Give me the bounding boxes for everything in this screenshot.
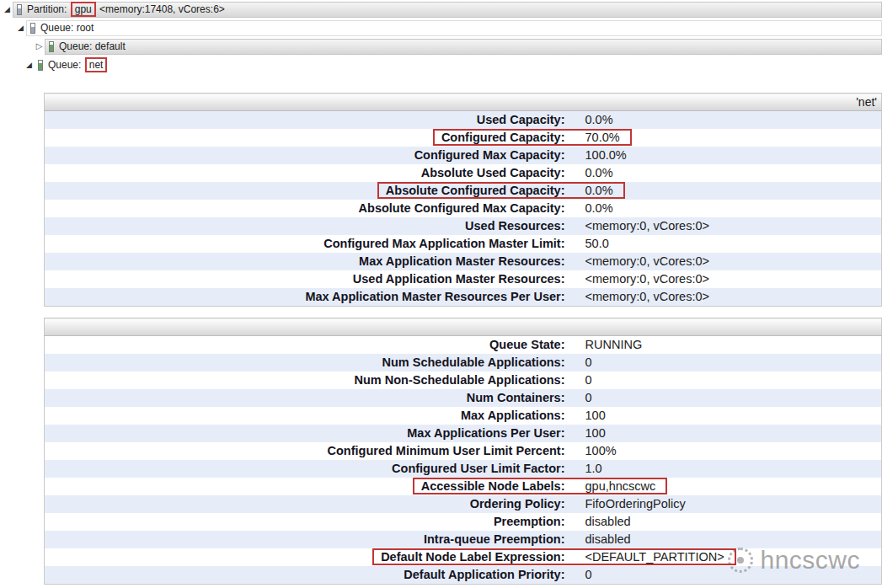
partition-resources: <memory:17408, vCores:6> xyxy=(97,3,225,15)
row-label: Max Application Master Resources: xyxy=(359,254,564,268)
tree-row-queue-net[interactable]: ◢ Queue: net xyxy=(0,56,882,74)
row-value: <memory:0, vCores:0> xyxy=(585,219,709,233)
table-row: Used Capacity:0.0% xyxy=(45,111,882,130)
table-row: Num Non-Schedulable Applications:0 xyxy=(45,372,882,389)
root-capacity-bar[interactable]: Queue: root xyxy=(26,20,882,36)
row-label: Default Application Priority: xyxy=(404,568,564,581)
row-value: 100% xyxy=(585,444,617,457)
partition-capacity-icon xyxy=(17,4,22,15)
queue-capacity-icon xyxy=(30,23,35,34)
row-value: disabled xyxy=(585,515,631,528)
row-value: 0 xyxy=(585,355,592,369)
partition-capacity-bar[interactable]: Partition: gpu <memory:17408, vCores:6> xyxy=(13,2,882,18)
row-label: Absolute Configured Capacity: xyxy=(386,184,565,197)
tree-row-partition[interactable]: ◢ Partition: gpu <memory:17408, vCores:6… xyxy=(0,0,882,19)
row-label: Num Non-Schedulable Applications: xyxy=(354,373,564,387)
table-header-queue-name: 'net' xyxy=(45,94,882,111)
row-label: Used Resources: xyxy=(465,219,564,233)
row-label: Configured Max Application Master Limit: xyxy=(323,237,564,250)
row-label: Configured Minimum User Limit Percent: xyxy=(328,444,565,457)
partition-label-prefix: Partition: xyxy=(27,3,67,15)
row-value: <memory:0, vCores:0> xyxy=(585,290,709,303)
capacity-table: 'net' Used Capacity:0.0%Configured Capac… xyxy=(44,93,882,307)
table-row: Used Resources:<memory:0, vCores:0> xyxy=(45,217,882,235)
row-label: Num Containers: xyxy=(467,391,565,404)
scheduler-page: ◢ Partition: gpu <memory:17408, vCores:6… xyxy=(0,0,882,588)
row-value: 0.0% xyxy=(585,113,613,126)
row-label: Configured Capacity: xyxy=(441,131,565,144)
expander-icon[interactable]: ◢ xyxy=(15,19,26,37)
row-value: 0 xyxy=(585,568,592,581)
row-value: 100 xyxy=(585,409,606,422)
row-value: 0.0% xyxy=(585,166,613,179)
table-row: Max Applications:100 xyxy=(45,407,882,425)
table-row: Configured User Limit Factor:1.0 xyxy=(45,460,882,478)
row-label: Accessible Node Labels: xyxy=(421,479,565,493)
row-value: 0.0% xyxy=(585,184,613,197)
table-row: Max Applications Per User:100 xyxy=(45,425,882,442)
row-value: 0 xyxy=(585,391,592,404)
row-value: FifoOrderingPolicy xyxy=(585,497,686,510)
row-value: <memory:0, vCores:0> xyxy=(585,272,709,286)
row-label: Max Applications Per User: xyxy=(407,426,564,440)
queue-capacity-icon xyxy=(49,41,54,52)
row-label: Configured User Limit Factor: xyxy=(392,462,564,475)
row-label: Absolute Configured Max Capacity: xyxy=(359,201,565,215)
table-row: Ordering Policy:FifoOrderingPolicy xyxy=(45,495,882,513)
row-value: disabled xyxy=(585,532,631,546)
table-row: Preemption:disabled xyxy=(45,513,882,531)
status-table: Queue State:RUNNINGNum Schedulable Appli… xyxy=(44,318,882,585)
queue-net-label: Queue: net xyxy=(48,57,108,73)
table-row: Used Application Master Resources:<memor… xyxy=(45,270,882,288)
net-capacity-bar[interactable]: Queue: net xyxy=(35,57,882,73)
table-row: Queue State:RUNNING xyxy=(45,336,882,355)
table-row: Num Containers:0 xyxy=(45,389,882,407)
table-header-row xyxy=(45,318,882,336)
row-label: Max Application Master Resources Per Use… xyxy=(305,290,564,303)
watermark-logo-icon xyxy=(728,548,753,573)
table-header-row: 'net' xyxy=(45,94,882,111)
row-value: 100 xyxy=(585,426,606,440)
expander-icon[interactable]: ▷ xyxy=(34,37,45,56)
default-capacity-bar[interactable]: Queue: default xyxy=(45,39,882,55)
table-row: Accessible Node Labels:gpu,hncscwc xyxy=(45,478,882,495)
table-header-blank xyxy=(45,318,882,336)
row-label: Preemption: xyxy=(494,515,565,528)
queue-default-label: Queue: default xyxy=(59,39,126,55)
row-label: Queue State: xyxy=(489,338,564,351)
row-label: Absolute Used Capacity: xyxy=(421,166,565,179)
tree-row-queue-default[interactable]: ▷ Queue: default xyxy=(0,37,882,56)
row-label: Max Applications: xyxy=(461,409,565,422)
watermark: hncscwc xyxy=(728,546,860,575)
row-label: Num Schedulable Applications: xyxy=(382,355,565,369)
expander-icon[interactable]: ◢ xyxy=(24,56,35,74)
row-label: Default Node Label Expression: xyxy=(381,550,564,564)
row-value: 50.0 xyxy=(585,237,609,250)
row-label: Configured Max Capacity: xyxy=(414,148,565,162)
tree-row-queue-root[interactable]: ◢ Queue: root xyxy=(0,19,882,37)
table-row: Absolute Used Capacity:0.0% xyxy=(45,164,882,182)
table-row: Absolute Configured Max Capacity:0.0% xyxy=(45,200,882,217)
table-row: Configured Max Application Master Limit:… xyxy=(45,235,882,253)
queue-tree: ◢ Partition: gpu <memory:17408, vCores:6… xyxy=(0,0,882,74)
row-value: 100.0% xyxy=(585,148,627,162)
queue-capacity-icon xyxy=(38,60,43,71)
table-row: Configured Minimum User Limit Percent:10… xyxy=(45,442,882,460)
row-value: 0.0% xyxy=(585,201,613,215)
table-row: Max Application Master Resources:<memory… xyxy=(45,253,882,270)
row-value: <memory:0, vCores:0> xyxy=(585,254,709,268)
row-label: Ordering Policy: xyxy=(470,497,565,510)
table-row: Configured Max Capacity:100.0% xyxy=(45,147,882,164)
row-label: Used Capacity: xyxy=(477,113,565,126)
watermark-text: hncscwc xyxy=(760,546,860,575)
row-value: 70.0% xyxy=(585,131,620,144)
row-label: Intra-queue Preemption: xyxy=(424,532,565,546)
expander-icon[interactable]: ◢ xyxy=(2,0,13,19)
row-value: gpu,hncscwc xyxy=(585,479,656,493)
row-value: RUNNING xyxy=(585,338,643,351)
partition-name-highlight: gpu xyxy=(71,2,96,17)
queue-net-name-highlight: net xyxy=(85,57,108,72)
table-row: Max Application Master Resources Per Use… xyxy=(45,288,882,307)
row-label: Used Application Master Resources: xyxy=(353,272,565,286)
queue-root-label: Queue: root xyxy=(40,20,94,36)
